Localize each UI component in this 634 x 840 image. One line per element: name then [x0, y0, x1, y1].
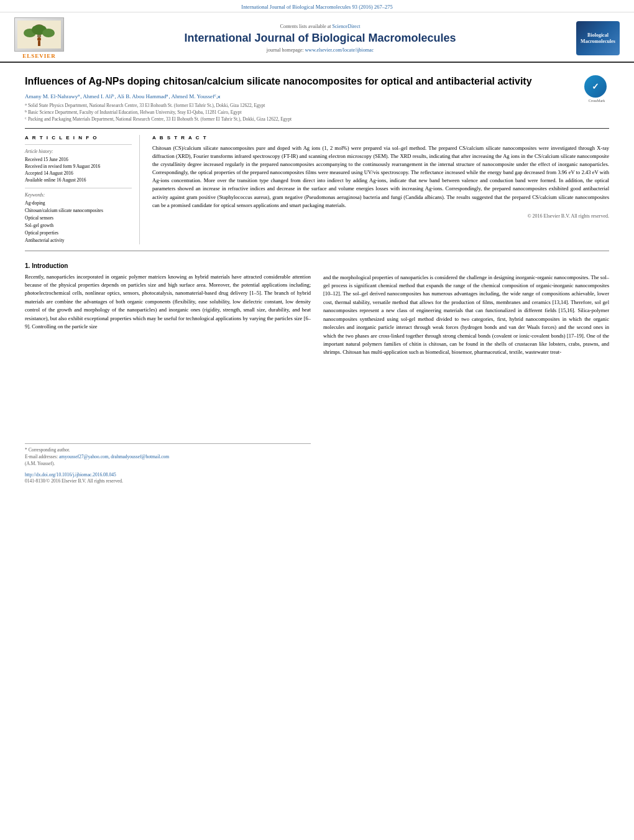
intro-section-number: 1.	[25, 262, 32, 269]
affiliations: ᵃ Solid State Physics Department, Nation…	[25, 102, 575, 123]
abstract-column: A B S T R A C T Chitosan (CS)/calcium si…	[152, 135, 609, 244]
body-left-column: 1. Introduction Recently, nanoparticles …	[25, 257, 311, 484]
history-item-1: Received in revised form 9 August 2016	[25, 163, 132, 170]
title-text-area: Influences of Ag-NPs doping chitosan/cal…	[25, 75, 575, 123]
keywords-label: Keywords:	[25, 192, 132, 198]
body-section: 1. Introduction Recently, nanoparticles …	[25, 251, 609, 484]
footnote-section: * Corresponding author. E-mail addresses…	[25, 443, 311, 484]
intro-section: 1. Introduction Recently, nanoparticles …	[25, 262, 311, 331]
footnote-email-links[interactable]: amyoussef27@yahoo.com, drahmadyoussef@ho…	[59, 454, 169, 459]
footnote-email-label: E-mail addresses:	[25, 454, 58, 459]
intro-section-title: 1. Introduction	[25, 262, 311, 269]
affiliation-a: ᵃ Solid State Physics Department, Nation…	[25, 102, 575, 109]
affiliation-b: ᵇ Basic Science Department, Faculty of I…	[25, 109, 575, 116]
footnote-divider	[25, 443, 311, 444]
keyword-5: Antibacterial activity	[25, 237, 132, 244]
keyword-4: Optical properties	[25, 229, 132, 237]
homepage-link[interactable]: www.elsevier.com/locate/ijbiomac	[305, 47, 374, 53]
svg-rect-7	[38, 41, 40, 46]
article-title: Influences of Ag-NPs doping chitosan/cal…	[25, 75, 575, 88]
svg-point-5	[42, 29, 55, 37]
history-item-2: Accepted 14 August 2016	[25, 170, 132, 177]
footnote-name: (A.M. Youssef).	[25, 460, 311, 467]
title-section: Influences of Ag-NPs doping chitosan/cal…	[25, 69, 609, 129]
history-item-0: Received 15 June 2016	[25, 156, 132, 163]
journal-ref-text: International Journal of Biological Macr…	[241, 4, 392, 10]
journal-header: ELSEVIER Contents lists available at Sci…	[0, 12, 634, 63]
abstract-heading: A B S T R A C T	[152, 135, 609, 141]
article-info-heading: A R T I C L E I N F O	[25, 135, 132, 141]
elsevier-logo: ELSEVIER	[11, 17, 67, 59]
footnote-email-line: E-mail addresses: amyoussef27@yahoo.com,…	[25, 453, 311, 460]
elsevier-tree-logo	[14, 17, 64, 52]
crossmark-logo: ✓ CrossMark	[584, 75, 609, 100]
intro-paragraph-2: and the morphological properties of nano…	[323, 274, 609, 357]
contents-line: Contents lists available at ScienceDirec…	[73, 24, 567, 29]
footnote-star-text: * Corresponding author.	[25, 446, 311, 453]
keyword-2: Optical sensors	[25, 215, 132, 222]
history-item-3: Available online 16 August 2016	[25, 177, 132, 183]
svg-point-6	[37, 37, 41, 41]
info-divider-2	[25, 188, 132, 188]
keyword-0: Ag-doping	[25, 200, 132, 207]
intro-paragraph-1: Recently, nanoparticles incorporated in …	[25, 273, 311, 331]
history-label: Article history:	[25, 149, 132, 154]
doi-copy: 0141-8130/© 2016 Elsevier B.V. All right…	[25, 478, 123, 484]
sciencedirect-link[interactable]: ScienceDirect	[333, 24, 361, 29]
affiliation-c: ᶜ Packing and Packaging Materials Depart…	[25, 116, 575, 122]
journal-center: Contents lists available at ScienceDirec…	[67, 24, 573, 53]
homepage-line: journal homepage: www.elsevier.com/locat…	[73, 47, 567, 53]
journal-logo-right: Biological Macromolecules	[573, 21, 623, 55]
crossmark-circle: ✓	[584, 75, 607, 98]
journal-logo-image: Biological Macromolecules	[576, 21, 620, 55]
keyword-3: Sol–gel growth	[25, 222, 132, 229]
abstract-text: Chitosan (CS)/calcium silicate nanocompo…	[152, 144, 609, 210]
info-divider-1	[25, 144, 132, 145]
crossmark-label: CrossMark	[584, 99, 609, 103]
intro-section-label: Introduction	[32, 262, 68, 269]
page: International Journal of Biological Macr…	[0, 0, 634, 840]
authors: Amany M. El-Nahrawyᵃ, Ahmed I. Aliᵇ, Ali…	[25, 93, 575, 99]
doi-section: http://dx.doi.org/10.1016/j.ijbiomac.201…	[25, 472, 311, 484]
doi-link[interactable]: http://dx.doi.org/10.1016/j.ijbiomac.201…	[25, 472, 311, 478]
journal-reference-bar: International Journal of Biological Macr…	[0, 0, 634, 12]
article-info-column: A R T I C L E I N F O Article history: R…	[25, 135, 140, 244]
elsevier-label: ELSEVIER	[22, 53, 56, 59]
journal-title: International Journal of Biological Macr…	[73, 32, 567, 45]
body-right-column: and the morphological properties of nano…	[323, 257, 609, 484]
copyright-line: © 2016 Elsevier B.V. All rights reserved…	[152, 213, 609, 219]
keyword-1: Chitosan/calcium silicate nanocomposites	[25, 207, 132, 215]
article-info-abstract-section: A R T I C L E I N F O Article history: R…	[25, 129, 609, 251]
article-content: Influences of Ag-NPs doping chitosan/cal…	[0, 63, 634, 490]
